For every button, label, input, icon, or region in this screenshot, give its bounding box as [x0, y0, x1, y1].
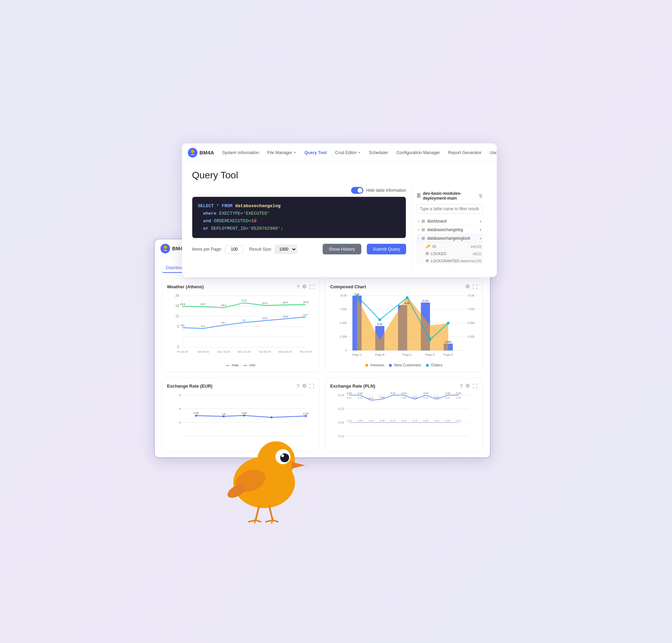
- exchange-eur-actions: ? ⚙ ⛶: [297, 383, 314, 389]
- db-table-left: + ⊞ dashboard: [418, 219, 447, 223]
- chevron-icon: ▾: [480, 219, 482, 223]
- pln-expand-icon[interactable]: ⛶: [473, 383, 478, 389]
- svg-text:20.6: 20.6: [283, 301, 288, 304]
- show-history-button[interactable]: Show History: [323, 244, 361, 254]
- svg-text:18: 18: [175, 304, 179, 308]
- weather-expand-icon[interactable]: ⛶: [309, 284, 314, 290]
- svg-text:0.19: 0.19: [413, 420, 418, 422]
- svg-text:Page B: Page B: [375, 353, 385, 356]
- col-type: int(10): [471, 244, 482, 248]
- nav-report-generator-top[interactable]: Report Generator: [445, 148, 485, 157]
- svg-text:0.19: 0.19: [369, 420, 374, 422]
- db-search-input[interactable]: [416, 204, 483, 214]
- composed-title: Composed Chart: [330, 284, 366, 289]
- svg-text:10.7: 10.7: [221, 321, 226, 324]
- nav-user-management-top[interactable]: User Management: [486, 148, 497, 157]
- nav-system-info-top[interactable]: System Information: [219, 148, 263, 157]
- svg-text:Page A: Page A: [352, 353, 362, 356]
- brand-icon-bottom: [161, 244, 170, 253]
- svg-point-129: [280, 453, 289, 462]
- svg-text:0.19: 0.19: [347, 420, 352, 422]
- svg-text:2.50k: 2.50k: [468, 335, 475, 338]
- composed-settings-icon[interactable]: ⚙: [465, 283, 470, 290]
- col-name: ID: [433, 244, 436, 248]
- svg-text:6: 6: [179, 407, 181, 411]
- items-per-page-input[interactable]: [225, 245, 244, 253]
- svg-text:0.24: 0.24: [446, 392, 450, 395]
- svg-text:0.22: 0.22: [347, 397, 352, 399]
- composed-expand-icon[interactable]: ⛶: [473, 284, 478, 290]
- svg-text:0.24: 0.24: [391, 392, 396, 395]
- svg-text:0.19: 0.19: [457, 420, 461, 422]
- db-header: 🗄 dev-basic-modules-deployment-main ⇅: [416, 191, 483, 201]
- db-table-left: + ⊞ databasechangelog: [418, 227, 463, 232]
- pln-help-icon[interactable]: ?: [460, 383, 463, 389]
- exchange-pln-title: Exchange Rate (PLN): [330, 384, 375, 389]
- svg-text:0.24: 0.24: [338, 393, 344, 397]
- nav-query-tool-top[interactable]: Query Tool: [301, 148, 330, 157]
- top-navbar: BM4A System Information File Manager ▼ Q…: [182, 144, 497, 161]
- db-table-dashboard[interactable]: + ⊞ dashboard ▾: [416, 217, 483, 226]
- result-size-select[interactable]: 1000 500 100: [275, 245, 297, 254]
- col-name: LOCKED: [431, 252, 446, 256]
- code-editor[interactable]: SELECT * FROM databasechangelog where EX…: [192, 196, 406, 238]
- col-icon: ⊞: [426, 258, 429, 263]
- svg-text:12: 12: [175, 314, 179, 318]
- table-icon: ⊞: [422, 236, 425, 241]
- svg-text:0: 0: [345, 349, 347, 352]
- svg-line-141: [273, 520, 278, 522]
- svg-text:9.8k: 9.8k: [405, 302, 410, 305]
- svg-text:0.24: 0.24: [424, 392, 428, 395]
- nav-scheduler-top[interactable]: Scheduler: [365, 148, 391, 157]
- db-transfer-icon[interactable]: ⇅: [479, 193, 483, 198]
- svg-text:0.19: 0.19: [391, 420, 396, 422]
- nav-config-manager-top[interactable]: Configuration Manager: [393, 148, 444, 157]
- svg-text:0.21: 0.21: [369, 397, 374, 400]
- svg-text:0.24: 0.24: [380, 396, 385, 399]
- svg-text:Page C: Page C: [402, 353, 412, 356]
- dashboard-body: Dashboard 2 Demo dashboard ⚙ Weather (At…: [155, 257, 490, 457]
- result-size-label: Result Size:: [249, 247, 272, 252]
- exchange-pln-chart: 0.24 0.22 0.19 0.12 0.24 0.24 0.21: [330, 392, 478, 447]
- svg-text:1.87k: 1.87k: [427, 337, 433, 339]
- svg-text:0.22: 0.22: [446, 397, 450, 399]
- svg-point-82: [223, 415, 225, 417]
- svg-line-134: [256, 506, 259, 520]
- weather-settings-icon[interactable]: ⚙: [302, 283, 307, 290]
- weather-chart: 24 18 12 6 0 19.8: [167, 292, 314, 361]
- eur-expand-icon[interactable]: ⛶: [309, 383, 314, 389]
- svg-text:5.00k: 5.00k: [340, 321, 347, 325]
- svg-point-130: [281, 454, 284, 457]
- nav-file-manager-top[interactable]: File Manager ▼: [264, 148, 300, 157]
- exchange-pln-svg: 0.24 0.22 0.19 0.12 0.24 0.24 0.21: [330, 392, 478, 447]
- weather-chart-header: Weather (Athens) ? ⚙ ⛶: [167, 283, 314, 290]
- eur-settings-icon[interactable]: ⚙: [302, 383, 307, 389]
- composed-chart: 10.0k 7.50k 5.00k 2.50k 0 10.0k 7.50k 5.…: [330, 292, 478, 361]
- db-column-locked: ⊞ LOCKED bit(1): [416, 250, 483, 257]
- db-table-changelog[interactable]: + ⊞ databasechangelog ▾: [416, 226, 483, 234]
- db-table-changeloglock[interactable]: − ⊞ databasechangeloglock ▾: [416, 234, 483, 243]
- key-icon: 🔑: [426, 244, 431, 248]
- toggle-switch[interactable]: [351, 187, 363, 194]
- svg-text:12: 12: [242, 319, 246, 322]
- pln-settings-icon[interactable]: ⚙: [465, 383, 470, 389]
- submit-query-button[interactable]: Submit Query: [367, 244, 406, 254]
- db-column-lockgranted: ⊞ LOCKGRANTED datetime(19): [416, 257, 483, 264]
- eur-help-icon[interactable]: ?: [297, 383, 299, 389]
- exchange-pln-actions: ? ⚙ ⛶: [460, 383, 478, 389]
- expand-icon: +: [418, 228, 420, 232]
- toggle-label[interactable]: Hide table information: [351, 187, 406, 194]
- nav-crud-editor-top[interactable]: Crud Editor ▼: [332, 148, 364, 157]
- db-name-text: dev-basic-modules-deployment-main: [423, 191, 479, 201]
- svg-marker-131: [291, 462, 305, 469]
- chevron-icon: ▾: [480, 228, 482, 232]
- svg-text:6: 6: [177, 325, 179, 328]
- svg-point-85: [305, 415, 307, 417]
- charts-grid: Weather (Athens) ? ⚙ ⛶: [162, 278, 483, 452]
- svg-text:19.7: 19.7: [200, 303, 206, 306]
- query-area: Hide table information SELECT * FROM dat…: [192, 187, 487, 268]
- svg-line-135: [269, 506, 273, 520]
- svg-text:0.22: 0.22: [424, 397, 428, 399]
- svg-text:12.9: 12.9: [262, 317, 267, 320]
- weather-help-icon[interactable]: ?: [297, 284, 299, 290]
